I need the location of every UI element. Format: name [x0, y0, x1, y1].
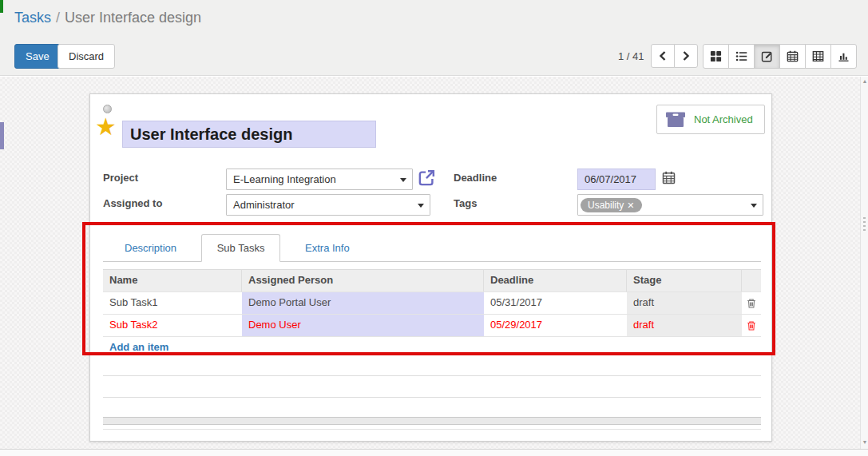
edit-form-icon	[761, 50, 773, 62]
caret-down-icon	[400, 178, 406, 182]
kanban-icon	[710, 50, 722, 62]
pager-previous-button[interactable]	[651, 44, 675, 68]
subtask-assigned-cell[interactable]: Demo Portal User	[242, 292, 484, 314]
window-edge-accent	[0, 0, 3, 13]
notebook-tabs: Description Sub Tasks Extra Info	[103, 233, 761, 262]
subtask-stage-cell[interactable]: draft	[627, 315, 742, 336]
calendar-icon	[787, 50, 799, 62]
column-header-name[interactable]: Name	[103, 270, 242, 291]
table-row[interactable]: Sub Task2 Demo User 05/29/2017 draft	[103, 315, 761, 337]
project-select[interactable]: E-Learning Integration	[226, 169, 413, 190]
tags-label: Tags	[454, 197, 477, 209]
deadline-input[interactable]: 06/07/2017	[577, 169, 656, 190]
column-header-stage[interactable]: Stage	[627, 270, 742, 291]
deadline-label: Deadline	[454, 172, 497, 184]
column-header-actions	[742, 270, 761, 291]
caret-down-icon	[418, 204, 424, 208]
breadcrumb-separator: /	[51, 10, 65, 26]
breadcrumb-current: User Interface design	[65, 10, 201, 26]
tab-extra-info[interactable]: Extra Info	[290, 235, 365, 261]
pager-counter: 1 / 41	[618, 50, 644, 62]
column-header-deadline[interactable]: Deadline	[484, 270, 627, 291]
bottom-window-band	[0, 449, 868, 456]
breadcrumb-tasks-link[interactable]: Tasks	[14, 10, 51, 26]
separator-line	[103, 429, 761, 430]
caret-down-icon	[751, 204, 757, 208]
task-form-sheet: ★ User Interface design Not Archived Pro…	[89, 93, 772, 442]
tags-select[interactable]: Usability✕	[577, 194, 763, 216]
separator-line	[103, 397, 761, 398]
delete-row-trash-icon[interactable]	[746, 297, 757, 309]
tab-sub-tasks[interactable]: Sub Tasks	[201, 234, 281, 262]
project-label: Project	[103, 172, 138, 184]
vertical-scrollbar[interactable]: ▲ ▼	[860, 77, 868, 449]
pager	[651, 44, 698, 68]
tag-remove-icon[interactable]: ✕	[627, 200, 634, 210]
pivot-table-icon	[812, 50, 824, 62]
separator-line	[103, 375, 761, 376]
tab-description[interactable]: Description	[109, 235, 192, 261]
subtask-deadline-cell[interactable]: 05/31/2017	[484, 292, 627, 314]
discard-button[interactable]: Discard	[57, 44, 115, 69]
list-view-button[interactable]	[728, 44, 755, 69]
project-value: E-Learning Integration	[233, 173, 336, 185]
chevron-right-icon	[681, 50, 691, 61]
subtask-assigned-cell[interactable]: Demo User	[242, 315, 484, 336]
table-header-row: Name Assigned Person Deadline Stage	[103, 270, 761, 292]
pivot-view-button[interactable]	[805, 44, 831, 69]
scroll-down-icon[interactable]: ▼	[862, 439, 868, 445]
subtask-name-cell[interactable]: Sub Task1	[103, 292, 242, 314]
subtask-deadline-cell[interactable]: 05/29/2017	[484, 315, 627, 336]
status-dot-icon	[103, 105, 112, 113]
table-row[interactable]: Sub Task1 Demo Portal User 05/31/2017 dr…	[103, 292, 761, 315]
kanban-view-button[interactable]	[703, 44, 729, 69]
assigned-to-value: Administrator	[233, 199, 295, 211]
archive-state-label: Not Archived	[694, 113, 753, 125]
archive-box-icon	[665, 111, 686, 128]
calendar-view-button[interactable]	[779, 44, 806, 69]
tag-pill-usability[interactable]: Usability✕	[581, 198, 642, 212]
view-switcher	[703, 44, 857, 69]
subtask-stage-cell[interactable]: draft	[627, 292, 742, 314]
assigned-to-select[interactable]: Administrator	[226, 194, 430, 216]
breadcrumb: Tasks/User Interface design	[14, 10, 201, 26]
bar-chart-icon	[838, 50, 850, 62]
delete-row-trash-icon[interactable]	[746, 319, 757, 331]
left-edge-accent	[0, 122, 4, 149]
task-title-input[interactable]: User Interface design	[122, 121, 376, 148]
chevron-left-icon	[658, 50, 668, 61]
save-button[interactable]: Save	[14, 44, 61, 69]
control-panel: Tasks/User Interface design Save Discard…	[0, 0, 868, 76]
scrollbar-thumb[interactable]	[863, 217, 866, 232]
column-header-assigned-person[interactable]: Assigned Person	[242, 270, 484, 291]
external-link-icon[interactable]	[418, 169, 436, 187]
assigned-to-label: Assigned to	[103, 197, 162, 209]
tag-label: Usability	[588, 200, 624, 211]
list-icon	[735, 50, 747, 62]
not-archived-button[interactable]: Not Archived	[656, 105, 765, 134]
graph-view-button[interactable]	[830, 44, 857, 69]
add-an-item-link[interactable]: Add an item	[109, 341, 168, 353]
pager-next-button[interactable]	[674, 44, 698, 68]
resize-handle-bar[interactable]	[103, 417, 761, 425]
scroll-up-icon[interactable]: ▲	[862, 78, 868, 84]
datepicker-calendar-icon[interactable]	[662, 171, 676, 184]
subtask-name-cell[interactable]: Sub Task2	[103, 315, 242, 336]
form-view-button[interactable]	[754, 44, 780, 69]
subtasks-table: Name Assigned Person Deadline Stage Sub …	[103, 269, 761, 359]
favorite-star-icon[interactable]: ★	[95, 115, 117, 139]
add-item-row: Add an item	[103, 337, 761, 359]
